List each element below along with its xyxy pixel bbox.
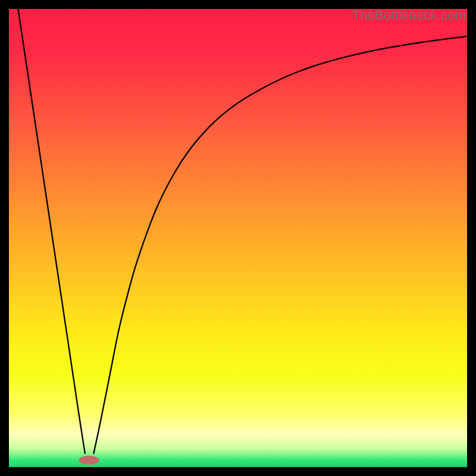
gradient-background bbox=[9, 9, 467, 467]
watermark-text: TheBottleneck.com bbox=[352, 8, 466, 23]
chart-frame: TheBottleneck.com bbox=[9, 9, 467, 467]
minimum-marker bbox=[79, 456, 99, 465]
bottleneck-chart bbox=[9, 9, 467, 467]
